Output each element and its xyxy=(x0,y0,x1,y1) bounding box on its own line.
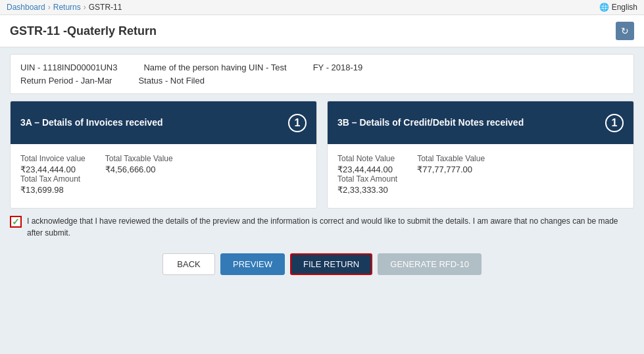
card-3a-header: 3A – Details of Invoices received 1 xyxy=(11,101,316,144)
language-selector[interactable]: 🌐 English xyxy=(599,3,637,12)
breadcrumb: Dashboard › Returns › GSTR-11 xyxy=(7,3,122,12)
card-3b-title: 3B – Details of Credit/Debit Notes recei… xyxy=(337,116,524,130)
card-3b-taxable: Total Taxable Value ₹77,77,777.00 xyxy=(417,154,485,195)
generate-rfd-button[interactable]: GENERATE RFD-10 xyxy=(378,253,482,275)
card-3a-taxable: Total Taxable Value ₹4,56,666.00 xyxy=(105,154,173,195)
cards-container: 3A – Details of Invoices received 1 Tota… xyxy=(10,101,634,209)
card-3b[interactable]: 3B – Details of Credit/Debit Notes recei… xyxy=(327,101,634,209)
card-3b-note: Total Note Value ₹23,44,444.00 Total Tax… xyxy=(337,154,397,195)
card-3a-title: 3A – Details of Invoices received xyxy=(20,116,163,130)
card-3b-badge: 1 xyxy=(605,114,624,132)
card-3a-invoice: Total Invoice value ₹23,44,444.00 Total … xyxy=(20,154,86,195)
card-3a-body: Total Invoice value ₹23,44,444.00 Total … xyxy=(11,144,316,208)
acknowledge-text: I acknowledge that I have reviewed the d… xyxy=(27,215,634,239)
card-3a-badge: 1 xyxy=(288,114,307,132)
info-row-1: UIN - 1118IND00001UN3 Name of the person… xyxy=(20,63,624,72)
card-3a[interactable]: 3A – Details of Invoices received 1 Tota… xyxy=(10,101,317,209)
checkmark-icon: ✓ xyxy=(12,216,20,227)
page-header: GSTR-11 -Quaterly Return ↻ xyxy=(0,15,644,47)
card-3b-header: 3B – Details of Credit/Debit Notes recei… xyxy=(328,101,633,144)
uin-info: UIN - 1118IND00001UN3 xyxy=(20,63,117,72)
preview-button[interactable]: PREVIEW xyxy=(220,253,285,275)
card-3b-body: Total Note Value ₹23,44,444.00 Total Tax… xyxy=(328,144,633,208)
back-button[interactable]: BACK xyxy=(162,253,215,275)
acknowledge-section: ✓ I acknowledge that I have reviewed the… xyxy=(10,215,634,239)
fy-info: FY - 2018-19 xyxy=(313,63,363,72)
breadcrumb-dashboard[interactable]: Dashboard xyxy=(7,3,45,12)
card-3a-row1: Total Invoice value ₹23,44,444.00 Total … xyxy=(20,154,307,195)
breadcrumb-current: GSTR-11 xyxy=(89,3,122,12)
file-return-button[interactable]: FILE RETURN xyxy=(290,253,372,275)
name-info: Name of the person having UIN - Test xyxy=(143,63,286,72)
acknowledge-checkbox[interactable]: ✓ xyxy=(10,216,22,228)
info-row-2: Return Period - Jan-Mar Status - Not Fil… xyxy=(20,76,624,86)
card-3b-row1: Total Note Value ₹23,44,444.00 Total Tax… xyxy=(337,154,624,195)
top-bar: Dashboard › Returns › GSTR-11 🌐 English xyxy=(0,0,644,15)
refresh-button[interactable]: ↻ xyxy=(616,22,634,40)
footer-buttons: BACK PREVIEW FILE RETURN GENERATE RFD-10 xyxy=(0,245,644,283)
return-period-info: Return Period - Jan-Mar xyxy=(20,76,112,86)
page-title: GSTR-11 -Quaterly Return xyxy=(10,24,157,38)
info-section: UIN - 1118IND00001UN3 Name of the person… xyxy=(10,54,634,94)
status-info: Status - Not Filed xyxy=(138,76,204,86)
breadcrumb-returns[interactable]: Returns xyxy=(53,3,81,12)
